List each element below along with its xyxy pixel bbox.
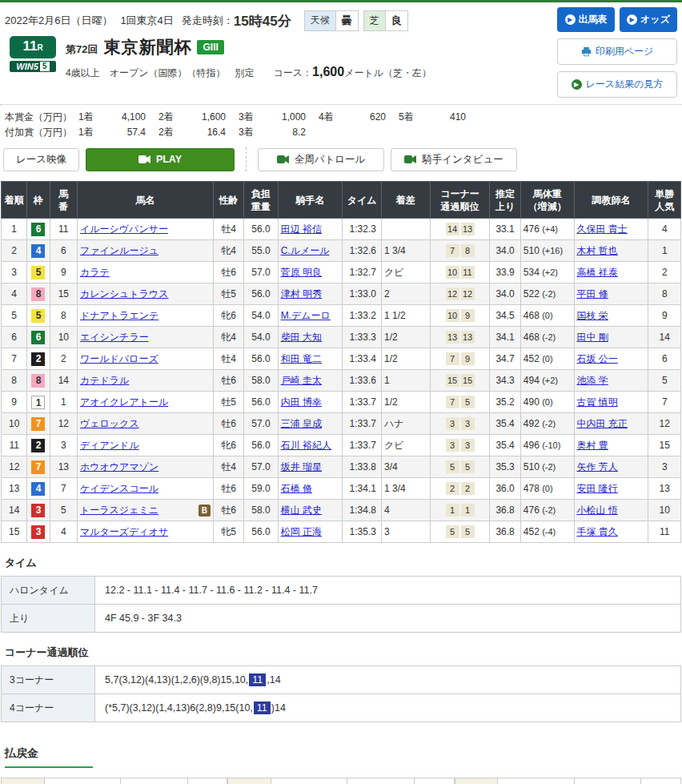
margin-cell: 1	[381, 370, 430, 392]
patrol-video-button[interactable]: 全周パトロール	[258, 148, 384, 171]
margin-cell: 1/2	[381, 327, 430, 348]
added-prize-pair: 3着8.2	[239, 125, 319, 140]
prize-money-block: 本賞金（万円） 1着4,1002着1,6003着1,0004着6205着410 …	[0, 110, 682, 139]
entries-button[interactable]: ▶ 出馬表	[557, 7, 615, 32]
jockey-interview-button[interactable]: 騎手インタビュー	[391, 148, 517, 171]
jockey-link[interactable]: 柴田 大知	[281, 332, 322, 343]
prize-place: 2着	[158, 110, 181, 125]
jockey-link[interactable]: 和田 竜二	[281, 353, 322, 364]
frame-cell: 4	[27, 478, 50, 500]
jockey-link[interactable]: 坂井 瑠星	[281, 461, 322, 472]
jockey-cell: 石川 裕紀人	[278, 435, 343, 456]
corner-position: 12	[461, 287, 475, 300]
horse-number-cell: 12	[50, 413, 77, 435]
horse-link[interactable]: アオイクレアトール	[80, 396, 168, 409]
divider	[246, 147, 247, 171]
print-button[interactable]: 印刷用ページ	[557, 38, 677, 65]
trainer-link[interactable]: 国枝 栄	[577, 310, 608, 321]
prize-place: 1着	[78, 125, 101, 140]
horse-link[interactable]: カラテ	[80, 266, 110, 279]
trainer-link[interactable]: 手塚 貴久	[577, 526, 618, 537]
horse-link[interactable]: ファインルージュ	[80, 244, 158, 258]
jockey-link[interactable]: 松岡 正海	[281, 526, 322, 537]
corner-order-cell: 55	[430, 456, 490, 478]
trainer-link[interactable]: 木村 哲也	[577, 245, 618, 256]
trainer-link[interactable]: 奥村 豊	[577, 440, 608, 451]
jockey-link[interactable]: 三浦 皇成	[281, 418, 322, 429]
horse-link[interactable]: イルーシヴパンサー	[80, 223, 168, 236]
trainer-cell: 奥村 豊	[574, 435, 648, 456]
horse-link[interactable]: カレンシュトラウス	[80, 287, 169, 301]
trainer-link[interactable]: 古賀 慎明	[577, 396, 618, 408]
sex-age-cell: 牡4	[213, 219, 243, 240]
time-cell: 1:35.3	[343, 521, 382, 543]
sex-age-cell: 牡4	[213, 348, 243, 370]
race-results-table: 着順枠馬 番馬名性齢負担 重量騎手名タイム着差コーナー 通過順位推定 上り馬体重…	[1, 181, 681, 543]
prize-place: 5着	[399, 110, 421, 125]
race-video-button[interactable]: レース映像	[3, 148, 79, 171]
trainer-link[interactable]: 高橋 祥泰	[577, 267, 618, 278]
jockey-link[interactable]: 石橋 脩	[281, 483, 312, 494]
corner-position: 5	[446, 460, 459, 473]
corner-position: 8	[461, 244, 475, 257]
jockey-link[interactable]: M.デムーロ	[281, 310, 331, 321]
jockey-cell: 三浦 皇成	[278, 413, 343, 435]
trainer-link[interactable]: 安田 隆行	[577, 483, 618, 494]
play-button[interactable]: PLAY	[86, 148, 235, 171]
start-time-label: 発走時刻：	[182, 14, 234, 28]
odds-button[interactable]: ▶ オッズ	[620, 7, 677, 32]
horse-link[interactable]: マルターズディオサ	[80, 525, 168, 539]
time-cell: 1:33.6	[343, 370, 382, 392]
horse-link[interactable]: ワールドバローズ	[80, 352, 158, 366]
body-weight-cell: 452 (0)	[520, 348, 574, 370]
main-prize-values: 1着4,1002着1,6003着1,0004着6205着410	[78, 110, 479, 125]
trainer-link[interactable]: 池添 学	[577, 375, 608, 386]
frame-badge: 2	[31, 439, 45, 452]
horse-link[interactable]: ドナアトラエンテ	[80, 309, 158, 323]
corner-position: 15	[446, 374, 459, 387]
corner-position: 14	[446, 223, 459, 235]
result-row: 246ファインルージュ牝455.0C.ルメール1:32.61 3/47834.0…	[2, 240, 681, 262]
jockey-link[interactable]: 石川 裕紀人	[281, 440, 331, 451]
trainer-link[interactable]: 平田 修	[577, 288, 608, 300]
jockey-link[interactable]: 田辺 裕信	[281, 223, 322, 235]
horse-number-cell: 4	[50, 521, 77, 543]
horse-link[interactable]: トーラスジェミニ	[80, 504, 158, 517]
prize-amount: 57.4	[101, 125, 146, 140]
corner-position: 10	[446, 266, 459, 279]
result-guide-button[interactable]: ▶ レース結果の見方	[557, 71, 677, 98]
corner-order-cell: 33	[430, 435, 490, 456]
trainer-link[interactable]: 矢作 芳人	[577, 461, 618, 472]
jockey-link[interactable]: 菅原 明良	[281, 267, 322, 278]
corner-order-cell: 1212	[430, 283, 490, 305]
horse-link[interactable]: カテドラル	[80, 374, 129, 388]
result-row: 10712ヴェロックス牡657.0三浦 皇成1:33.7ハナ3335.4492 …	[2, 413, 681, 435]
horse-link[interactable]: ディアンドル	[80, 439, 139, 452]
jockey-interview-label: 騎手インタビュー	[422, 153, 503, 167]
trainer-link[interactable]: 田中 剛	[577, 332, 608, 343]
margin-cell: 1 3/4	[381, 478, 430, 500]
jockey-link[interactable]: 戸崎 圭太	[281, 375, 322, 386]
print-button-label: 印刷用ページ	[596, 45, 654, 58]
trainer-link[interactable]: 石坂 公一	[577, 353, 618, 364]
results-column-header: コーナー 通過順位	[430, 182, 490, 219]
jockey-link[interactable]: 横山 武史	[281, 505, 322, 516]
last-3f-cell: 34.3	[490, 370, 520, 392]
trainer-link[interactable]: 久保田 貴士	[577, 223, 628, 235]
trainer-link[interactable]: 中内田 充正	[577, 418, 628, 429]
added-prize-label: 付加賞（万円）	[5, 125, 78, 140]
horse-link[interactable]: ヴェロックス	[80, 417, 139, 431]
video-camera-icon	[404, 155, 417, 164]
horse-link[interactable]: ホウオウアマゾン	[80, 460, 158, 474]
race-date: 2022年2月6日（日曜）	[5, 14, 112, 28]
horse-link[interactable]: エイシンチラー	[80, 331, 149, 344]
jockey-link[interactable]: C.ルメール	[281, 245, 330, 256]
jockey-link[interactable]: 内田 博幸	[281, 396, 322, 408]
trainer-cell: 久保田 貴士	[574, 219, 648, 240]
jockey-link[interactable]: 津村 明秀	[281, 288, 322, 300]
horse-link[interactable]: ケイデンスコール	[80, 482, 158, 496]
frame-badge: 4	[31, 482, 45, 496]
arrow-circle-icon: ▶	[565, 14, 576, 25]
trainer-cell: 手塚 貴久	[574, 521, 648, 543]
trainer-link[interactable]: 小桧山 悟	[577, 505, 618, 516]
